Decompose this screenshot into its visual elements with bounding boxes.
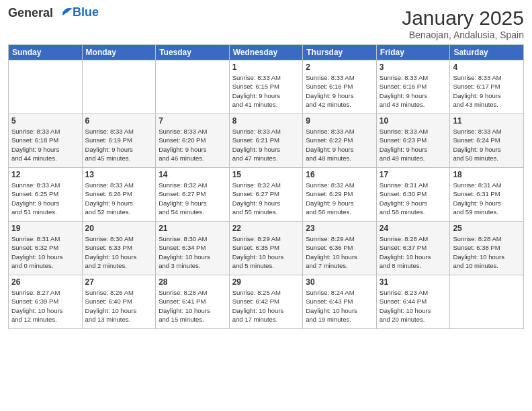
day-number: 15 [232,170,300,179]
calendar-week-row: 26Sunrise: 8:27 AM Sunset: 6:39 PM Dayli… [9,275,524,329]
table-row: 9Sunrise: 8:33 AM Sunset: 6:22 PM Daylig… [303,114,377,168]
day-info: Sunrise: 8:33 AM Sunset: 6:22 PM Dayligh… [306,127,373,163]
col-tuesday: Tuesday [156,45,230,60]
day-number: 8 [232,116,300,126]
day-info: Sunrise: 8:33 AM Sunset: 6:16 PM Dayligh… [380,73,447,109]
table-row: 15Sunrise: 8:32 AM Sunset: 6:27 PM Dayli… [229,168,303,222]
day-number: 4 [453,62,521,72]
day-info: Sunrise: 8:29 AM Sunset: 6:35 PM Dayligh… [232,234,300,270]
table-row: 1Sunrise: 8:33 AM Sunset: 6:15 PM Daylig… [229,60,303,114]
day-number: 26 [11,277,79,287]
logo-bird-icon [58,7,73,19]
page: General Blue January 2025 Benaojan, Anda… [0,0,532,411]
calendar-week-row: 19Sunrise: 8:31 AM Sunset: 6:32 PM Dayli… [9,222,524,275]
calendar-header-row: Sunday Monday Tuesday Wednesday Thursday… [9,45,524,60]
day-number: 13 [85,170,153,179]
table-row: 6Sunrise: 8:33 AM Sunset: 6:19 PM Daylig… [82,114,156,168]
day-info: Sunrise: 8:32 AM Sunset: 6:27 PM Dayligh… [232,181,300,216]
table-row: 8Sunrise: 8:33 AM Sunset: 6:21 PM Daylig… [229,114,303,168]
col-friday: Friday [376,45,450,60]
table-row: 19Sunrise: 8:31 AM Sunset: 6:32 PM Dayli… [9,222,83,275]
table-row: 16Sunrise: 8:32 AM Sunset: 6:29 PM Dayli… [303,168,377,222]
col-saturday: Saturday [450,45,524,60]
day-number: 9 [306,116,373,126]
day-number: 19 [11,224,79,233]
day-info: Sunrise: 8:33 AM Sunset: 6:15 PM Dayligh… [232,73,300,109]
table-row: 28Sunrise: 8:26 AM Sunset: 6:41 PM Dayli… [156,275,230,329]
day-info: Sunrise: 8:33 AM Sunset: 6:25 PM Dayligh… [11,181,79,216]
day-info: Sunrise: 8:33 AM Sunset: 6:18 PM Dayligh… [11,127,79,163]
table-row: 20Sunrise: 8:30 AM Sunset: 6:33 PM Dayli… [82,222,156,275]
day-info: Sunrise: 8:29 AM Sunset: 6:36 PM Dayligh… [306,234,373,270]
day-number: 16 [306,170,373,179]
day-number: 1 [232,62,300,72]
table-row: 11Sunrise: 8:33 AM Sunset: 6:24 PM Dayli… [450,114,524,168]
calendar-week-row: 1Sunrise: 8:33 AM Sunset: 6:15 PM Daylig… [9,60,524,114]
table-row: 7Sunrise: 8:33 AM Sunset: 6:20 PM Daylig… [156,114,230,168]
calendar-table: Sunday Monday Tuesday Wednesday Thursday… [8,44,524,329]
table-row: 2Sunrise: 8:33 AM Sunset: 6:16 PM Daylig… [303,60,377,114]
day-info: Sunrise: 8:24 AM Sunset: 6:43 PM Dayligh… [306,288,373,324]
day-number: 18 [453,170,521,179]
month-title: January 2025 [402,7,524,30]
day-number: 23 [306,224,373,233]
table-row: 4Sunrise: 8:33 AM Sunset: 6:17 PM Daylig… [450,60,524,114]
day-number: 30 [306,277,373,287]
table-row [82,60,156,114]
day-number: 11 [453,116,521,126]
title-block: January 2025 Benaojan, Andalusia, Spain [402,7,524,40]
day-info: Sunrise: 8:32 AM Sunset: 6:27 PM Dayligh… [159,181,226,216]
day-info: Sunrise: 8:23 AM Sunset: 6:44 PM Dayligh… [380,288,447,324]
table-row: 18Sunrise: 8:31 AM Sunset: 6:31 PM Dayli… [450,168,524,222]
day-number: 7 [159,116,226,126]
table-row: 3Sunrise: 8:33 AM Sunset: 6:16 PM Daylig… [376,60,450,114]
col-monday: Monday [82,45,156,60]
day-info: Sunrise: 8:33 AM Sunset: 6:20 PM Dayligh… [159,127,226,163]
day-info: Sunrise: 8:28 AM Sunset: 6:37 PM Dayligh… [380,234,447,270]
day-number: 20 [85,224,153,233]
day-number: 21 [159,224,226,233]
day-info: Sunrise: 8:26 AM Sunset: 6:41 PM Dayligh… [159,288,226,324]
day-info: Sunrise: 8:27 AM Sunset: 6:39 PM Dayligh… [11,288,79,324]
table-row: 27Sunrise: 8:26 AM Sunset: 6:40 PM Dayli… [82,275,156,329]
day-number: 3 [380,62,447,72]
table-row: 5Sunrise: 8:33 AM Sunset: 6:18 PM Daylig… [9,114,83,168]
location-subtitle: Benaojan, Andalusia, Spain [402,30,524,40]
day-number: 27 [85,277,153,287]
table-row: 24Sunrise: 8:28 AM Sunset: 6:37 PM Dayli… [376,222,450,275]
day-number: 29 [232,277,300,287]
day-info: Sunrise: 8:33 AM Sunset: 6:17 PM Dayligh… [453,73,521,109]
day-number: 10 [380,116,447,126]
table-row: 21Sunrise: 8:30 AM Sunset: 6:34 PM Dayli… [156,222,230,275]
day-info: Sunrise: 8:33 AM Sunset: 6:24 PM Dayligh… [453,127,521,163]
day-info: Sunrise: 8:30 AM Sunset: 6:33 PM Dayligh… [85,234,153,270]
table-row [450,275,524,329]
day-info: Sunrise: 8:33 AM Sunset: 6:16 PM Dayligh… [306,73,373,109]
table-row: 14Sunrise: 8:32 AM Sunset: 6:27 PM Dayli… [156,168,230,222]
day-number: 6 [85,116,153,126]
day-info: Sunrise: 8:32 AM Sunset: 6:29 PM Dayligh… [306,181,373,216]
col-wednesday: Wednesday [229,45,303,60]
day-number: 22 [232,224,300,233]
day-info: Sunrise: 8:31 AM Sunset: 6:32 PM Dayligh… [11,234,79,270]
day-number: 31 [380,277,447,287]
day-info: Sunrise: 8:33 AM Sunset: 6:26 PM Dayligh… [85,181,153,216]
table-row: 31Sunrise: 8:23 AM Sunset: 6:44 PM Dayli… [376,275,450,329]
table-row: 25Sunrise: 8:28 AM Sunset: 6:38 PM Dayli… [450,222,524,275]
table-row: 26Sunrise: 8:27 AM Sunset: 6:39 PM Dayli… [9,275,83,329]
table-row: 10Sunrise: 8:33 AM Sunset: 6:23 PM Dayli… [376,114,450,168]
logo-general: General [8,6,53,19]
header: General Blue January 2025 Benaojan, Anda… [8,7,524,40]
day-info: Sunrise: 8:28 AM Sunset: 6:38 PM Dayligh… [453,234,521,270]
table-row: 13Sunrise: 8:33 AM Sunset: 6:26 PM Dayli… [82,168,156,222]
day-info: Sunrise: 8:30 AM Sunset: 6:34 PM Dayligh… [159,234,226,270]
day-info: Sunrise: 8:26 AM Sunset: 6:40 PM Dayligh… [85,288,153,324]
table-row: 17Sunrise: 8:31 AM Sunset: 6:30 PM Dayli… [376,168,450,222]
day-info: Sunrise: 8:33 AM Sunset: 6:23 PM Dayligh… [380,127,447,163]
table-row [156,60,230,114]
logo: General Blue [8,7,99,20]
table-row: 22Sunrise: 8:29 AM Sunset: 6:35 PM Dayli… [229,222,303,275]
calendar-week-row: 5Sunrise: 8:33 AM Sunset: 6:18 PM Daylig… [9,114,524,168]
col-sunday: Sunday [9,45,83,60]
day-number: 28 [159,277,226,287]
